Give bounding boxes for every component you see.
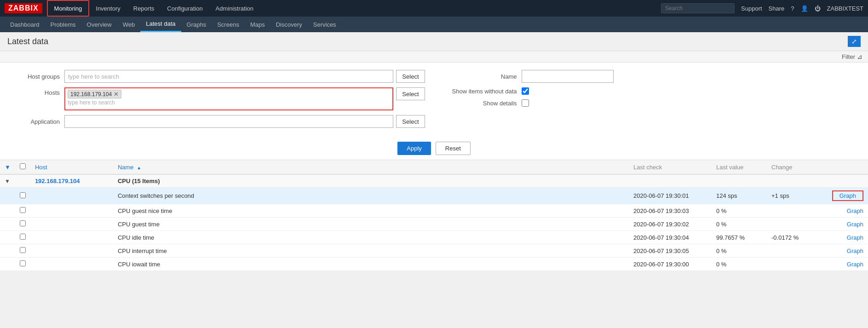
show-items-row: Show items without data [443,87,859,95]
hosts-row: Hosts 192.168.179.104 ✕ Select [9,87,425,110]
user-icon[interactable]: 👤 [801,5,808,12]
group-collapse-icon[interactable]: ▼ [5,178,10,184]
top-navigation: ZABBIX Monitoring Inventory Reports Conf… [0,0,868,17]
row-checkbox[interactable] [20,192,26,198]
hosts-select-button[interactable]: Select [396,87,425,100]
name-column-label: Name [118,164,134,171]
row-name-cell: Context switches per second [113,188,629,204]
top-nav-inventory[interactable]: Inventory [89,0,126,17]
change-column-label: Change [771,164,793,171]
group-host-link[interactable]: 192.168.179.104 [35,178,80,184]
expand-button[interactable]: ⤢ [848,36,861,47]
graph-button[interactable]: Graph [847,247,863,254]
table-row: CPU guest nice time 2020-06-07 19:30:03 … [0,204,868,218]
row-check-cell[interactable] [15,231,30,244]
row-check-cell[interactable] [15,188,30,204]
row-host-cell [30,244,113,258]
row-lastcheck-cell: 2020-06-07 19:30:00 [629,258,712,271]
top-nav-reports[interactable]: Reports [127,0,161,17]
subnav-latest-data[interactable]: Latest data [140,17,181,32]
show-items-checkbox[interactable] [522,87,529,95]
hosts-field[interactable]: 192.168.179.104 ✕ [64,87,393,110]
subnav-dashboard[interactable]: Dashboard [5,17,45,32]
graph-button[interactable]: Graph [847,261,863,268]
power-icon[interactable]: ⏻ [815,5,821,12]
global-search-input[interactable] [661,3,735,13]
row-checkbox[interactable] [20,207,26,213]
row-host-cell [30,188,113,204]
filter-label: Filter [842,53,855,60]
help-icon[interactable]: ? [791,5,794,12]
host-groups-input[interactable] [64,70,393,83]
row-checkbox[interactable] [20,220,26,226]
application-input[interactable] [64,115,393,128]
show-details-checkbox[interactable] [522,99,529,107]
group-name-cell: CPU (15 Items) [113,174,868,188]
hosts-search-input[interactable] [68,99,390,106]
filter-header: Filter ⊿ [0,51,868,63]
application-select-button[interactable]: Select [396,115,425,128]
graph-button[interactable]: Graph [847,234,863,241]
row-checkbox[interactable] [20,247,26,253]
row-checkbox[interactable] [20,260,26,266]
row-lastcheck-cell: 2020-06-07 19:30:04 [629,231,712,244]
graph-button[interactable]: Graph [847,207,863,214]
filter-section: Filter ⊿ Host groups Select Hosts [0,51,868,160]
row-check-cell[interactable] [15,204,30,218]
host-groups-select-button[interactable]: Select [396,70,425,83]
username-label: ZABBIXTEST [827,5,863,12]
graph-button[interactable]: Graph [847,221,863,228]
share-link[interactable]: Share [769,5,785,12]
top-nav-configuration[interactable]: Configuration [161,0,209,17]
col-lastvalue-header: Last value [712,160,767,174]
row-name-cell: CPU interrupt time [113,244,629,258]
row-change-cell [767,244,813,258]
graph-button[interactable]: Graph [832,190,863,201]
top-nav-monitoring[interactable]: Monitoring [47,0,90,17]
row-expand-cell [0,244,15,258]
host-groups-label: Host groups [9,73,60,80]
subnav-services[interactable]: Services [308,17,342,32]
filter-icon[interactable]: ⊿ [857,53,862,60]
col-expand-header[interactable]: ▼ [0,160,15,174]
hosts-label: Hosts [9,87,60,96]
top-nav-right: Support Share ? 👤 ⏻ ZABBIXTEST [661,3,863,13]
select-all-checkbox[interactable] [20,163,26,169]
row-change-cell [767,258,813,271]
top-nav-administration[interactable]: Administration [209,0,260,17]
row-check-cell[interactable] [15,258,30,271]
subnav-screens[interactable]: Screens [212,17,245,32]
row-host-cell [30,258,113,271]
apply-button[interactable]: Apply [397,142,431,155]
row-lastvalue-cell: 0 % [712,204,767,218]
subnav-graphs[interactable]: Graphs [181,17,212,32]
row-checkbox[interactable] [20,234,26,240]
host-tag-close-icon[interactable]: ✕ [114,91,119,98]
filter-right: Name Show items without data Show detail… [443,70,859,132]
reset-button[interactable]: Reset [436,142,471,155]
host-tag: 192.168.179.104 ✕ [68,90,121,98]
support-link[interactable]: Support [741,5,762,12]
col-check-header[interactable] [15,160,30,174]
row-lastvalue-cell: 124 sps [712,188,767,204]
subnav-web[interactable]: Web [117,17,141,32]
subnav-overview[interactable]: Overview [81,17,117,32]
row-lastvalue-cell: 0 % [712,258,767,271]
row-actions-cell: Graph [813,231,868,244]
group-collapse-cell[interactable]: ▼ [0,174,15,188]
top-nav-items: Monitoring Inventory Reports Configurati… [47,0,661,17]
name-input[interactable] [522,70,614,83]
col-actions-header [813,160,868,174]
zabbix-logo: ZABBIX [5,3,42,13]
show-details-row: Show details [443,99,859,107]
subnav-maps[interactable]: Maps [245,17,270,32]
col-host-header[interactable]: Host [30,160,113,174]
row-check-cell[interactable] [15,244,30,258]
row-check-cell[interactable] [15,218,30,231]
subnav-discovery[interactable]: Discovery [270,17,308,32]
col-name-header[interactable]: Name ▲ [113,160,629,174]
subnav-problems[interactable]: Problems [45,17,81,32]
show-items-label: Show items without data [443,88,517,95]
row-expand-cell [0,204,15,218]
row-actions-cell: Graph [813,244,868,258]
